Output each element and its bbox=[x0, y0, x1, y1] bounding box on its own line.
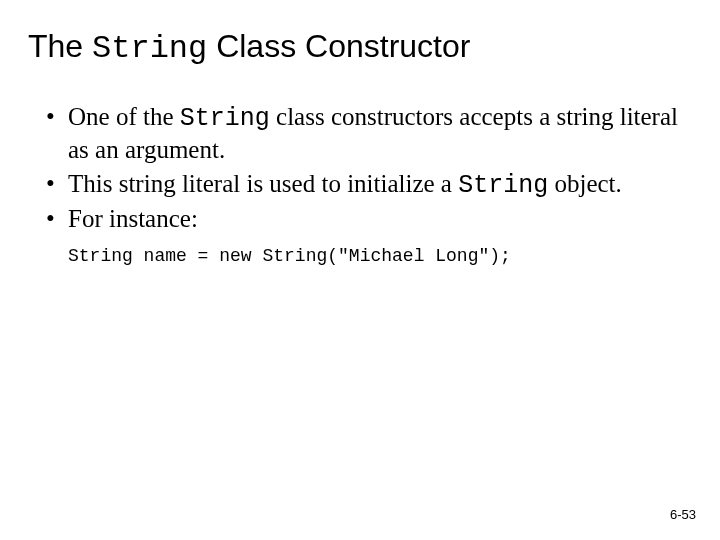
page-number: 6-53 bbox=[670, 507, 696, 522]
slide-title: The String Class Constructor bbox=[28, 28, 692, 67]
bullet-text-pre: This string literal is used to initializ… bbox=[68, 170, 458, 197]
title-code: String bbox=[92, 30, 207, 67]
bullet-code: String bbox=[458, 171, 548, 200]
bullet-text-post: object. bbox=[548, 170, 622, 197]
list-item: For instance: bbox=[46, 203, 692, 236]
title-post: Class Constructor bbox=[207, 28, 470, 64]
code-example: String name = new String("Michael Long")… bbox=[68, 246, 692, 266]
bullet-code: String bbox=[180, 104, 270, 133]
list-item: One of the String class constructors acc… bbox=[46, 101, 692, 166]
bullet-text-pre: One of the bbox=[68, 103, 180, 130]
title-pre: The bbox=[28, 28, 92, 64]
bullet-list: One of the String class constructors acc… bbox=[28, 101, 692, 236]
list-item: This string literal is used to initializ… bbox=[46, 168, 692, 201]
bullet-text-pre: For instance: bbox=[68, 205, 198, 232]
